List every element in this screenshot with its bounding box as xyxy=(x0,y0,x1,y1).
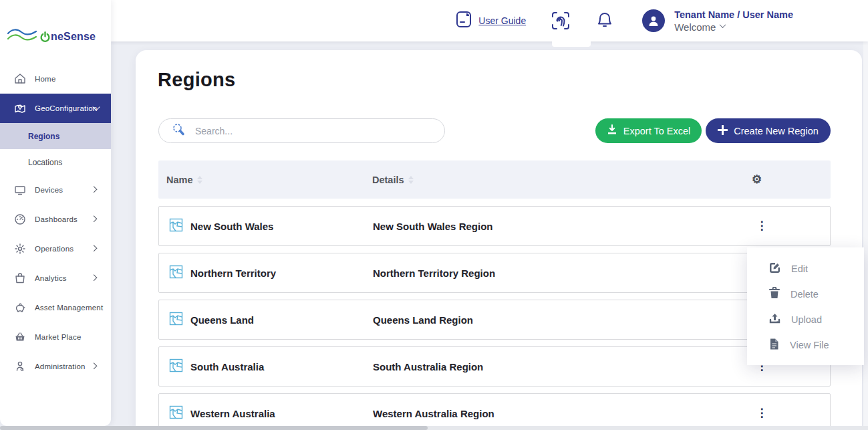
region-name: South Australia xyxy=(190,361,264,372)
region-map-icon xyxy=(169,405,183,421)
row-actions-kebab-icon[interactable]: ⋮ xyxy=(752,223,771,229)
avatar[interactable] xyxy=(642,9,665,32)
brand-text: neSense xyxy=(51,31,96,43)
table-settings-gear-icon[interactable]: ⚙ xyxy=(752,173,770,187)
sidebar-item-market-place[interactable]: Market Place xyxy=(0,322,111,352)
bag-icon xyxy=(13,272,26,285)
context-menu-label: Delete xyxy=(790,289,819,300)
gauge-icon xyxy=(13,213,26,226)
context-menu-view-file[interactable]: View File xyxy=(747,332,864,358)
basket-icon xyxy=(13,331,26,344)
sidebar-item-label: Market Place xyxy=(35,333,82,341)
download-icon xyxy=(607,124,617,137)
map-pin-icon xyxy=(13,102,26,115)
sidebar-item-label: Asset Management xyxy=(35,304,103,312)
monitor-icon xyxy=(13,184,26,197)
context-menu-edit[interactable]: Edit xyxy=(747,256,864,282)
trash-icon xyxy=(768,287,780,302)
sidebar-item-operations[interactable]: Operations xyxy=(0,234,111,263)
chevron-down-icon xyxy=(720,21,726,28)
context-menu-delete[interactable]: Delete xyxy=(747,282,864,307)
vertical-scrollbar[interactable] xyxy=(863,41,868,426)
user-guide-link[interactable]: User Guide xyxy=(455,10,526,31)
notification-bell-icon[interactable] xyxy=(595,11,614,31)
power-icon xyxy=(40,31,50,42)
region-map-icon xyxy=(169,218,183,234)
chevron-right-icon xyxy=(91,245,98,251)
welcome-label: Welcome xyxy=(674,21,716,33)
sidebar-item-asset-management[interactable]: Asset Management xyxy=(0,293,111,322)
plus-icon xyxy=(718,125,728,137)
sidebar-item-administration[interactable]: Administration xyxy=(0,352,111,381)
regions-panel: Regions Export To Excel Create New Regio… xyxy=(136,50,862,430)
region-details: Northern Territory Region xyxy=(373,267,495,279)
sidebar-item-analytics[interactable]: Analytics xyxy=(0,263,111,293)
context-menu-upload[interactable]: Upload xyxy=(747,307,864,332)
sidebar-item-dashboards[interactable]: Dashboards xyxy=(0,205,111,234)
gear-icon xyxy=(13,243,26,255)
row-actions-kebab-icon[interactable]: ⋮ xyxy=(752,410,771,417)
region-details: Queens Land Region xyxy=(373,314,473,326)
column-header-details[interactable]: Details xyxy=(372,175,414,185)
piggy-bank-icon xyxy=(13,302,26,314)
upload-icon xyxy=(768,312,781,328)
wave-logo-icon xyxy=(7,27,37,47)
search-box xyxy=(158,118,445,143)
sidebar-subitem-regions[interactable]: Regions xyxy=(0,123,111,149)
user-guide-label[interactable]: User Guide xyxy=(478,15,526,26)
page-title: Regions xyxy=(158,69,236,91)
region-name: Western Australia xyxy=(190,408,275,419)
horizontal-scrollbar[interactable] xyxy=(0,426,868,430)
fingerprint-scan-icon[interactable] xyxy=(550,10,571,31)
export-to-excel-button[interactable]: Export To Excel xyxy=(595,118,702,143)
export-label: Export To Excel xyxy=(623,126,690,136)
sidebar-subitem-label: Regions xyxy=(28,132,59,141)
welcome-dropdown[interactable]: Welcome xyxy=(674,21,793,33)
sort-icon xyxy=(197,176,202,184)
chevron-right-icon xyxy=(91,186,98,193)
scrollbar-thumb[interactable] xyxy=(0,426,428,430)
create-new-region-button[interactable]: Create New Region xyxy=(706,118,831,143)
user-menu[interactable]: Tenant Name / User Name Welcome xyxy=(642,9,793,33)
topbar: User Guide Tenant Name / User Name Welco… xyxy=(111,0,868,41)
table-row[interactable]: Northern Territory Northern Territory Re… xyxy=(158,253,831,293)
context-menu-label: Edit xyxy=(791,263,808,274)
sidebar-item-label: Operations xyxy=(35,245,74,253)
sidebar-item-label: Analytics xyxy=(35,274,67,282)
column-label: Details xyxy=(372,175,404,185)
region-details: New South Wales Region xyxy=(373,221,492,232)
sidebar-item-home[interactable]: Home xyxy=(0,64,111,94)
region-map-icon xyxy=(169,312,183,328)
region-name: New South Wales xyxy=(190,221,273,232)
chevron-right-icon xyxy=(91,215,98,222)
sidebar-item-label: Administration xyxy=(35,362,86,370)
sidebar-subitem-label: Locations xyxy=(28,158,62,167)
popup-notch xyxy=(552,37,591,47)
brand-logo: neSense xyxy=(7,27,96,47)
create-label: Create New Region xyxy=(734,126,819,136)
table-row[interactable]: Western Australia Western Australia Regi… xyxy=(158,393,831,430)
search-icon xyxy=(171,122,186,140)
sidebar: neSense Home GeoConfiguration Regions Lo… xyxy=(0,0,111,426)
sidebar-item-label: GeoConfiguration xyxy=(35,104,97,112)
sidebar-nav: Home GeoConfiguration Regions Locations … xyxy=(0,64,111,381)
sidebar-item-geoconfiguration[interactable]: GeoConfiguration xyxy=(0,94,111,123)
table-row[interactable]: Queens Land Queens Land Region ⋮ xyxy=(158,300,831,340)
row-context-menu: Edit Delete Upload View File xyxy=(747,247,864,365)
sidebar-item-label: Dashboards xyxy=(35,215,78,223)
search-input[interactable] xyxy=(195,126,416,136)
table-row[interactable]: South Australia South Australia Region ⋮ xyxy=(158,346,831,387)
region-map-icon xyxy=(169,358,183,374)
chevron-right-icon xyxy=(91,362,98,369)
file-icon xyxy=(768,338,780,353)
region-name: Queens Land xyxy=(190,314,254,326)
sidebar-item-devices[interactable]: Devices xyxy=(0,175,111,205)
sort-icon xyxy=(408,176,414,184)
column-header-name[interactable]: Name xyxy=(166,175,202,185)
table-row[interactable]: New South Wales New South Wales Region ⋮ xyxy=(158,206,831,246)
region-details: Western Australia Region xyxy=(373,408,494,419)
admin-user-icon xyxy=(13,360,26,373)
home-icon xyxy=(13,73,26,86)
context-menu-label: Upload xyxy=(791,314,822,325)
sidebar-subitem-locations[interactable]: Locations xyxy=(0,149,111,175)
